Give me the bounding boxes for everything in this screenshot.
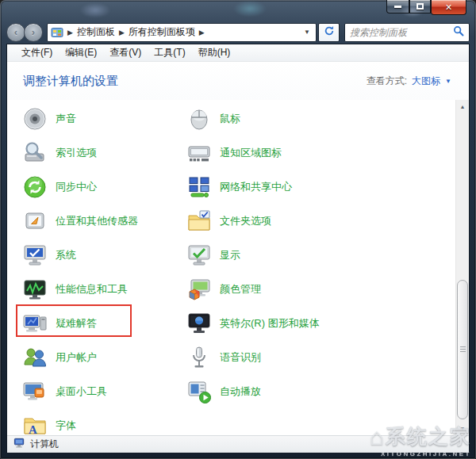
vertical-scrollbar[interactable]: ▲ ▼: [455, 100, 469, 435]
color-management-icon: [186, 277, 212, 302]
item-label: 用户帐户: [56, 350, 97, 365]
control-panel-item-intel-graphics[interactable]: 英特尔(R) 图形和媒体: [186, 306, 320, 340]
network-sharing-icon: [186, 174, 212, 200]
menu-tools[interactable]: 工具(T): [148, 44, 191, 61]
folder-options-icon: [186, 208, 212, 234]
window-controls: ✕: [386, 0, 466, 15]
display-icon: [186, 243, 212, 268]
computer-icon: [13, 437, 25, 452]
control-panel-item-troubleshooting[interactable]: 疑难解答: [22, 306, 138, 340]
control-panel-item-performance-tools[interactable]: 性能信息和工具: [22, 272, 138, 306]
control-panel-item-system[interactable]: 系统: [22, 238, 138, 272]
item-label: 字体: [56, 419, 76, 433]
breadcrumb-control-panel[interactable]: 控制面板: [77, 25, 115, 39]
menu-view[interactable]: 查看(V): [103, 44, 148, 61]
item-label: 声音: [56, 112, 76, 126]
control-panel-item-sync-center[interactable]: 同步中心: [22, 170, 138, 204]
item-label: 通知区域图标: [220, 146, 282, 160]
control-panel-item-user-accounts[interactable]: 用户帐户: [22, 340, 138, 374]
control-panel-item-location-sensors[interactable]: 位置和其他传感器: [22, 204, 138, 238]
control-panel-items: 声音索引选项同步中心位置和其他传感器系统性能信息和工具疑难解答用户帐户桌面小工具…: [7, 100, 469, 435]
fonts-icon: A: [22, 413, 48, 436]
breadcrumb-all-items[interactable]: 所有控制面板项: [129, 25, 195, 39]
control-panel-item-folder-options[interactable]: 文件夹选项: [186, 204, 320, 238]
view-by-control: 查看方式: 大图标 ▼: [367, 75, 451, 88]
minimize-icon: [394, 6, 401, 8]
notification-area-icon: [186, 140, 212, 166]
control-panel-item-display[interactable]: 显示: [186, 238, 320, 272]
search-box: [344, 23, 470, 42]
item-label: 网络和共享中心: [220, 180, 292, 194]
breadcrumb-arrow-icon: ▶: [115, 29, 129, 36]
item-label: 自动播放: [220, 384, 261, 399]
control-panel-item-mouse[interactable]: 鼠标: [186, 101, 320, 136]
scrollbar-grip-icon: [460, 346, 466, 353]
breadcrumb-arrow-icon: ▶: [63, 29, 77, 36]
client-area: 文件(F) 编辑(E) 查看(V) 工具(T) 帮助(H) 调整计算机的设置 查…: [6, 44, 470, 453]
menu-help[interactable]: 帮助(H): [192, 44, 237, 61]
navigation-bar: ‹ › ▶ 控制面板 ▶ 所有控制面板项 ▶ ▼: [6, 21, 470, 44]
control-panel-item-desktop-gadgets[interactable]: 桌面小工具: [22, 374, 138, 408]
maximize-icon: [416, 3, 424, 10]
scroll-down-icon[interactable]: ▼: [456, 422, 469, 435]
items-column-right: 鼠标通知区域图标网络和共享中心文件夹选项显示颜色管理英特尔(R) 图形和媒体语音…: [186, 101, 320, 408]
address-bar[interactable]: ▶ 控制面板 ▶ 所有控制面板项 ▶ ▼: [47, 23, 317, 42]
view-by-value[interactable]: 大图标: [412, 75, 440, 88]
back-button[interactable]: ‹: [6, 23, 25, 42]
control-panel-item-indexing-options[interactable]: 索引选项: [22, 136, 138, 170]
menu-edit[interactable]: 编辑(E): [59, 44, 103, 61]
control-panel-icon: [51, 26, 63, 39]
menu-file[interactable]: 文件(F): [15, 44, 59, 61]
items-column-left: 声音索引选项同步中心位置和其他传感器系统性能信息和工具疑难解答用户帐户桌面小工具…: [22, 101, 138, 435]
indexing-options-icon: [22, 140, 48, 166]
refresh-button[interactable]: [318, 23, 340, 42]
control-panel-item-notification-area[interactable]: 通知区域图标: [186, 136, 320, 170]
item-label: 索引选项: [56, 146, 97, 160]
speech-recognition-icon: [186, 345, 212, 370]
scrollbar-thumb[interactable]: [457, 280, 468, 419]
back-arrow-icon: ‹: [14, 27, 17, 37]
item-label: 疑难解答: [56, 316, 97, 331]
item-label: 系统: [56, 248, 76, 262]
chevron-down-icon[interactable]: ▼: [445, 78, 451, 85]
scroll-up-icon[interactable]: ▲: [456, 100, 469, 113]
close-button[interactable]: ✕: [431, 0, 466, 15]
item-label: 文件夹选项: [220, 214, 271, 228]
item-label: 鼠标: [220, 112, 240, 126]
sync-center-icon: [22, 174, 48, 200]
item-label: 英特尔(R) 图形和媒体: [220, 316, 320, 331]
search-input[interactable]: [350, 27, 453, 38]
address-dropdown-icon[interactable]: ▼: [300, 29, 314, 36]
breadcrumb-arrow-icon: ▶: [195, 29, 209, 36]
system-icon: [22, 243, 48, 268]
sound-icon: [22, 106, 48, 132]
view-by-label: 查看方式:: [367, 75, 407, 88]
control-panel-item-sound[interactable]: 声音: [22, 101, 138, 136]
search-icon[interactable]: [453, 25, 464, 40]
control-panel-item-fonts[interactable]: A字体: [22, 408, 138, 435]
page-header: 调整计算机的设置 查看方式: 大图标 ▼: [7, 62, 469, 100]
item-label: 颜色管理: [220, 282, 261, 296]
control-panel-item-speech-recognition[interactable]: 语音识别: [186, 340, 320, 374]
control-panel-window: ✕ ‹ › ▶ 控制面板 ▶ 所有控制面板项 ▶ ▼: [0, 0, 476, 459]
status-label: 计算机: [30, 438, 59, 451]
refresh-icon: [324, 25, 335, 40]
autoplay-icon: [186, 379, 212, 404]
item-label: 显示: [220, 248, 240, 262]
forward-button[interactable]: ›: [24, 23, 43, 42]
control-panel-item-network-sharing[interactable]: 网络和共享中心: [186, 170, 320, 204]
minimize-button[interactable]: [386, 0, 409, 13]
location-sensors-icon: [22, 208, 48, 234]
performance-tools-icon: [22, 277, 48, 302]
item-label: 语音识别: [220, 350, 261, 365]
status-bar: 计算机: [7, 435, 469, 453]
close-icon: ✕: [445, 2, 452, 13]
desktop-gadgets-icon: [22, 379, 48, 404]
troubleshooting-icon: [22, 311, 48, 336]
item-label: 性能信息和工具: [56, 282, 128, 296]
control-panel-item-color-management[interactable]: 颜色管理: [186, 272, 320, 306]
mouse-icon: [186, 106, 212, 132]
control-panel-item-autoplay[interactable]: 自动播放: [186, 374, 320, 408]
svg-text:A: A: [29, 423, 37, 436]
maximize-button[interactable]: [409, 0, 431, 13]
